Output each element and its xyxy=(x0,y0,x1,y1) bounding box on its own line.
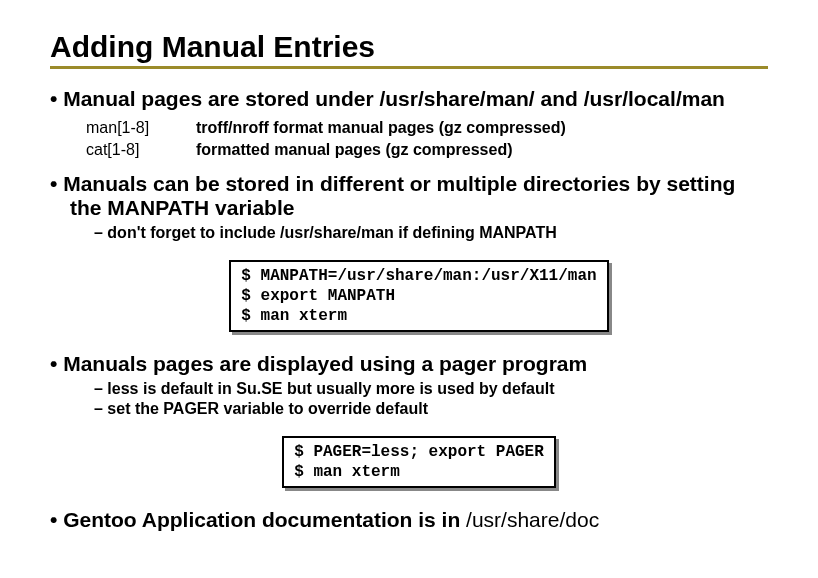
bullet-text: Manual pages are stored under /usr/share… xyxy=(63,87,725,110)
sub-bullet: don't forget to include /usr/share/man i… xyxy=(94,224,768,242)
sub-bullet-text: less is default in Su.SE but usually mor… xyxy=(107,380,554,397)
sub-bullet-list: don't forget to include /usr/share/man i… xyxy=(94,224,768,242)
sub-bullet-list: less is default in Su.SE but usually mor… xyxy=(94,380,768,418)
sub-bullet: set the PAGER variable to override defau… xyxy=(94,400,768,418)
def-desc: troff/nroff format manual pages (gz comp… xyxy=(216,117,768,139)
def-row: cat[1-8] formatted manual pages (gz comp… xyxy=(106,139,768,161)
def-row: man[1-8] troff/nroff format manual pages… xyxy=(106,117,768,139)
def-desc: formatted manual pages (gz compressed) xyxy=(216,139,768,161)
bullet-pager: Manuals pages are displayed using a page… xyxy=(50,352,768,500)
bullet-text-prefix: Gentoo Application documentation is in xyxy=(63,508,466,531)
sub-bullet-text: set the PAGER variable to override defau… xyxy=(107,400,428,417)
sub-bullet-text: don't forget to include /usr/share/man i… xyxy=(107,224,556,241)
slide-title: Adding Manual Entries xyxy=(50,30,768,64)
title-underline xyxy=(50,66,768,69)
main-bullet-list: Manual pages are stored under /usr/share… xyxy=(50,87,768,532)
sub-bullet: less is default in Su.SE but usually mor… xyxy=(94,380,768,398)
bullet-storage-paths: Manual pages are stored under /usr/share… xyxy=(50,87,768,162)
bullet-manpath: Manuals can be stored in different or mu… xyxy=(50,172,768,344)
code-block-manpath: $ MANPATH=/usr/share/man:/usr/X11/man $ … xyxy=(229,260,608,332)
code-block-pager: $ PAGER=less; export PAGER $ man xterm xyxy=(282,436,556,488)
bullet-gentoo-doc: Gentoo Application documentation is in /… xyxy=(50,508,768,532)
bullet-path: /usr/share/doc xyxy=(466,508,599,531)
definition-list: man[1-8] troff/nroff format manual pages… xyxy=(106,117,768,162)
bullet-text: Manuals can be stored in different or mu… xyxy=(63,172,735,219)
bullet-text: Manuals pages are displayed using a page… xyxy=(63,352,587,375)
